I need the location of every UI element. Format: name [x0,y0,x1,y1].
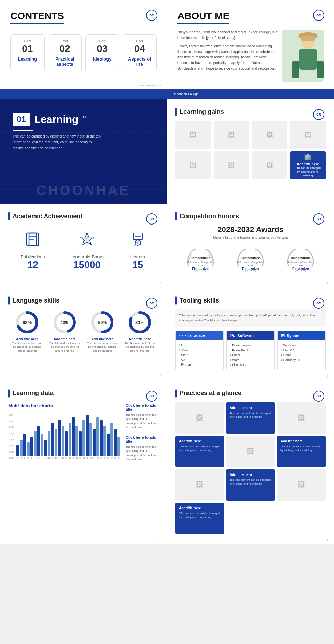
bar-13 [58,420,61,456]
prac-icon-3: 🖼 [247,447,254,456]
x-label-20: 21 [82,457,85,459]
tool-sys-label: System [287,333,300,338]
svg-point-19 [136,241,139,244]
svg-rect-7 [27,233,37,245]
slide-num-6: 7 [327,282,328,285]
click-title-1[interactable]: Click here to add title [126,403,159,411]
x-label-17: 18 [72,457,75,459]
prac-blue-title-5: Add title here [179,506,201,510]
x-label-4: 4 [27,457,30,459]
slide-num-7: 8 [160,375,161,378]
prac-blue-title-1: Add title here [230,406,252,410]
tool-stripe [175,296,177,305]
about-p2: I always strive for excellence and am co… [177,44,278,71]
lang-stripe [8,296,10,305]
tool-item-cpp: C++ [179,343,220,347]
svg-text:First prize: First prize [192,267,209,271]
about-image [282,30,324,82]
logo-circle-1: GR [146,10,157,21]
prac-img-2: 🖼 [277,402,326,434]
prac-blue-desc-2: Title and content can be changed by clic… [179,445,221,452]
x-label-7: 8 [37,457,40,459]
card-2-part: Part [52,39,78,43]
prac-img-1: 🖼 [175,402,224,434]
lang-title: Language skills [13,297,159,304]
comp-card-3: Competitions Mathematics Competition 202… [280,245,322,274]
card-1-num: 01 [14,43,41,54]
publications-value: 12 [21,259,45,270]
card-1[interactable]: Part 01 Learning [10,34,45,71]
about-footer-bar: Choonhan College [167,89,334,99]
card-2[interactable]: Part 02 Practical aspects [48,34,82,71]
prac-blue-2: Add title here Title and content can be … [175,436,224,467]
gains-cell-2: 🖼 [214,121,249,149]
x-label-25: 26 [100,457,103,459]
x-label-30: 31 [117,457,120,459]
learning-divider [13,130,33,131]
tool-desc: Title can be changed by clicking and new… [175,309,326,327]
tool-items-sys: Windows Mac OS Linux Harmony OS [278,340,325,365]
x-label-11: 12 [51,457,54,459]
chart-title: Multi-data bar charts [8,403,120,408]
gains-add-title: Add title here [297,162,319,166]
practices-header: Practices at a glance GR [175,389,326,398]
x-label-3: 3 [23,457,26,459]
lang-header: Language skills GR [8,296,159,305]
prac-blue-desc-4: Title and content can be changed by clic… [230,478,271,486]
laurel-1: Competitions Mathematics Competition 202… [180,245,222,273]
bar-28 [110,423,113,456]
x-label-29: 30 [114,457,117,459]
tool-item-ps: Photoshop [230,362,271,367]
card-3[interactable]: Part 03 Ideology [85,34,119,71]
awards-title: 2028-2032 Awards [175,225,326,234]
x-label-24: 25 [96,457,99,459]
academic-header: Academic Achievement GR [8,212,159,220]
click-area[interactable]: Click here to add title The title can be… [126,403,159,467]
data-header: Learning data GR [8,389,159,398]
about-content: I'm [your name], from [your school and m… [177,30,324,82]
data-stripe [8,389,10,398]
x-label-12: 13 [55,457,57,459]
lang-item-3: 50% Add title here The title and content… [86,310,119,353]
x-label-5: 5 [30,457,33,459]
bar-21 [86,415,89,456]
bar-11 [51,423,54,456]
card-4[interactable]: Part 04 Aspects of life [123,34,157,71]
lang-icon: </> [179,333,186,338]
click-title-2[interactable]: Click here to add title [126,435,159,443]
academic-stripe [8,212,10,220]
x-label-26: 27 [103,457,106,459]
svg-text:Mathematics Competition: Mathematics Competition [186,261,214,264]
x-label-2: 2 [20,457,23,459]
gains-stripe [175,108,177,116]
publications-icon [21,231,45,251]
slide-num-5: 6 [160,282,161,285]
honors-icon [129,231,146,251]
gains-cell-7: 🖼 [252,151,287,179]
gains-add-desc: Title can be changed by clicking and re-… [294,166,322,178]
about-footer-text: Choonhan College [173,92,199,96]
pct-2: 43% [60,320,69,325]
gains-header: Learning gains GR [175,108,326,116]
slide-num-10: 11 [325,538,328,542]
card-3-num: 03 [89,43,116,54]
tool-item-ppt: PowerPoint [230,348,271,353]
x-label-19: 20 [79,457,82,459]
bar-6 [34,431,37,456]
card-1-part: Part [14,39,41,43]
card-2-label: Practical aspects [52,56,78,67]
tool-col-lang: </> language C++ JAVA PHP C# Python [175,331,224,370]
comp-cards: Competitions Mathematics Competition 202… [175,245,326,274]
tool-item-excel: Excel [230,353,271,358]
bar-4 [27,442,30,456]
bar-18 [75,426,78,456]
click-desc-1: The title can be changed by clicking and… [126,413,159,430]
logo-circle-8: GR [313,298,324,309]
tool-item-cs: C# [179,357,220,362]
svg-text:Competitions: Competitions [291,256,311,260]
comp-card-1: Competitions Mathematics Competition 202… [180,245,222,274]
svg-text:2028: 2028 [248,264,253,267]
card-3-label: Ideology [89,56,116,62]
bar-3 [23,434,26,456]
x-label-1: 1 [16,457,19,459]
